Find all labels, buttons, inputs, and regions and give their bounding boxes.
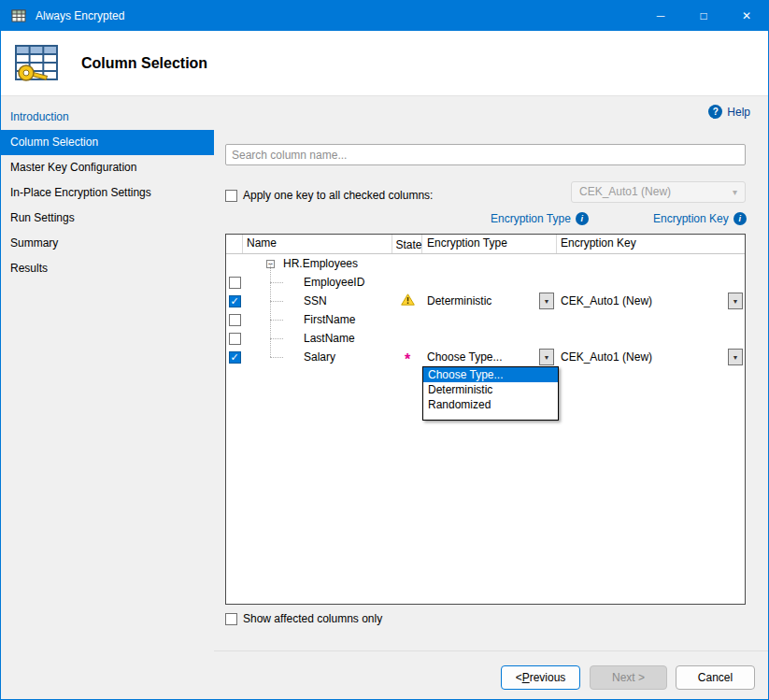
table-key-icon (12, 40, 63, 87)
show-affected-label: Show affected columns only (243, 612, 382, 625)
table-group-row-hr-employees[interactable]: − HR.Employees (226, 254, 745, 273)
dropdown-option-randomized[interactable]: Randomized (423, 397, 558, 412)
table-row-employeeid[interactable]: EmployeeID (226, 273, 745, 292)
minimize-button[interactable]: ─ (639, 1, 682, 31)
encryption-key-value[interactable]: CEK_Auto1 (New) (557, 350, 728, 364)
dropdown-option-choose-type[interactable]: Choose Type... (423, 367, 558, 382)
page-title: Column Selection (81, 55, 207, 72)
apply-one-key-row: Apply one key to all checked columns: (225, 185, 433, 206)
encryption-key-value[interactable]: CEK_Auto1 (New) (557, 294, 728, 307)
sidebar-item-column-selection[interactable]: Column Selection (1, 130, 214, 155)
encryption-key-dropdown-button[interactable]: ▼ (728, 293, 743, 309)
close-button[interactable]: ✕ (725, 1, 768, 31)
column-name: EmployeeID (304, 276, 364, 289)
table-row-lastname[interactable]: LastName (226, 329, 745, 348)
info-icon[interactable]: i (733, 212, 747, 225)
sidebar-item-master-key-configuration[interactable]: Master Key Configuration (1, 155, 214, 180)
chevron-down-icon: ▾ (733, 182, 737, 202)
table-group-name: HR.Employees (283, 257, 358, 270)
encryption-type-link-label: Encryption Type (491, 212, 571, 225)
window-controls: ─ □ ✕ (639, 1, 768, 31)
column-header-encryption-type[interactable]: Encryption Type (422, 235, 557, 253)
wizard-steps-sidebar: Introduction Column Selection Master Key… (1, 97, 214, 699)
help-link[interactable]: ? Help (708, 105, 750, 119)
encryption-type-dropdown-button[interactable]: ▼ (539, 349, 554, 365)
wizard-header: Column Selection (1, 31, 768, 96)
dropdown-option-deterministic[interactable]: Deterministic (423, 382, 558, 397)
column-name: SSN (304, 294, 327, 307)
required-icon: * (405, 355, 410, 364)
row-checkbox[interactable] (229, 333, 241, 345)
cek-key-combobox[interactable]: CEK_Auto1 (New) ▾ (571, 181, 746, 203)
table-row-firstname[interactable]: FirstName (226, 310, 745, 329)
columns-table: Name State Encryption Type Encryption Ke… (225, 234, 746, 605)
help-label: Help (727, 106, 750, 119)
sidebar-item-summary[interactable]: Summary (1, 231, 214, 256)
maximize-button[interactable]: □ (682, 1, 725, 31)
column-links-row: Encryption Type i Encryption Key i (214, 212, 768, 227)
cancel-button[interactable]: Cancel (676, 665, 755, 690)
sidebar-item-introduction[interactable]: Introduction (1, 105, 214, 130)
sidebar-item-results[interactable]: Results (1, 256, 214, 281)
apply-one-key-checkbox[interactable] (225, 190, 237, 202)
row-checkbox[interactable] (229, 277, 241, 289)
search-input[interactable] (225, 144, 746, 165)
encryption-type-value[interactable]: Choose Type... (422, 350, 539, 364)
help-icon: ? (708, 105, 722, 119)
column-header-name[interactable]: Name (243, 235, 392, 253)
row-checkbox[interactable]: ✓ (229, 295, 241, 307)
column-header-state[interactable]: State (392, 235, 422, 253)
sidebar-item-in-place-encryption-settings[interactable]: In-Place Encryption Settings (1, 180, 214, 206)
show-affected-checkbox[interactable] (225, 613, 237, 625)
column-name: Salary (304, 350, 335, 364)
column-header-checkbox[interactable] (226, 235, 243, 253)
encryption-type-link[interactable]: Encryption Type i (491, 212, 589, 225)
encryption-key-link[interactable]: Encryption Key i (653, 212, 747, 225)
always-encrypted-window: Always Encrypted ─ □ ✕ Column Selection (0, 0, 769, 700)
row-checkbox[interactable] (229, 314, 241, 326)
column-name: FirstName (304, 313, 355, 326)
table-row-salary[interactable]: ✓ Salary * Choose Type... ▼ CEK_Auto1 (N… (226, 348, 745, 366)
columns-table-body: − HR.Employees EmployeeID ✓ SSN (226, 254, 745, 366)
sidebar-item-run-settings[interactable]: Run Settings (1, 206, 214, 231)
apply-one-key-label: Apply one key to all checked columns: (243, 189, 433, 202)
previous-button[interactable]: < Previous (501, 665, 580, 690)
footer-divider (214, 650, 768, 651)
warning-icon (401, 293, 415, 308)
main-content: ? Help Apply one key to all checked colu… (214, 97, 768, 699)
row-checkbox[interactable]: ✓ (229, 351, 241, 364)
previous-label-prefix: < (516, 671, 522, 684)
table-row-ssn[interactable]: ✓ SSN Deterministic ▼ (226, 292, 745, 310)
column-header-encryption-key[interactable]: Encryption Key (557, 235, 745, 253)
titlebar[interactable]: Always Encrypted ─ □ ✕ (1, 1, 768, 31)
cek-key-value: CEK_Auto1 (New) (579, 182, 671, 202)
column-name: LastName (304, 332, 355, 345)
encryption-key-link-label: Encryption Key (653, 212, 729, 225)
app-icon (11, 8, 26, 23)
info-icon[interactable]: i (576, 212, 589, 225)
window-title: Always Encrypted (36, 9, 124, 22)
encryption-type-dropdown-menu: Choose Type... Deterministic Randomized (422, 366, 559, 421)
show-affected-row: Show affected columns only (225, 612, 382, 625)
encryption-type-value[interactable]: Deterministic (422, 294, 539, 307)
columns-table-header: Name State Encryption Type Encryption Ke… (226, 235, 745, 254)
previous-label-rest: revious (530, 671, 566, 684)
previous-accesskey: P (522, 671, 530, 684)
encryption-type-dropdown-button[interactable]: ▼ (539, 293, 554, 309)
encryption-key-dropdown-button[interactable]: ▼ (728, 349, 743, 365)
next-button[interactable]: Next > (590, 665, 667, 690)
